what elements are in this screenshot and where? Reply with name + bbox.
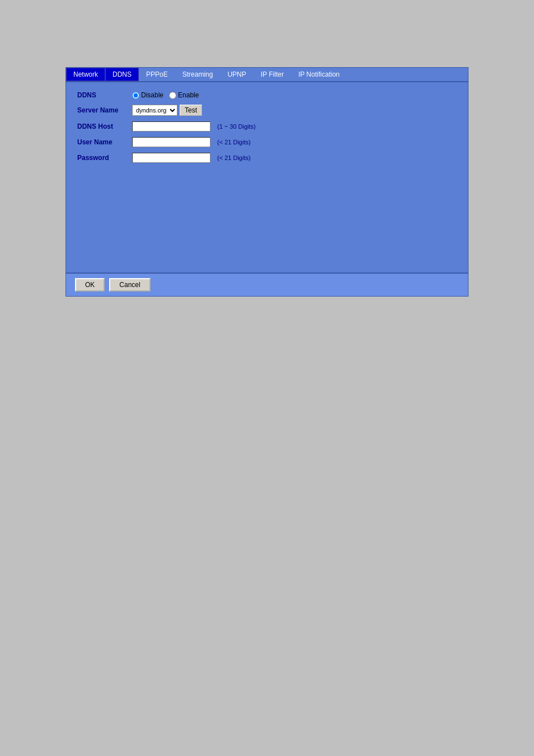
ok-button[interactable]: OK xyxy=(75,278,105,292)
disable-radio-label[interactable]: Disable xyxy=(132,91,163,99)
cancel-button[interactable]: Cancel xyxy=(109,278,150,292)
ddns-label: DDNS xyxy=(77,91,128,99)
user-name-hint: (< 21 Digits) xyxy=(217,139,251,145)
server-name-label: Server Name xyxy=(77,106,128,114)
tab-ip-notification[interactable]: IP Notification xyxy=(291,68,347,81)
user-name-input[interactable] xyxy=(132,137,210,147)
enable-radio-label[interactable]: Enable xyxy=(169,91,199,99)
tab-bar: Network DDNS PPPoE Streaming UPNP IP Fil… xyxy=(66,68,468,82)
content-area: DDNS Disable Enable Server Name dyndns. xyxy=(66,82,468,273)
ddns-radio-group: Disable Enable xyxy=(132,91,199,99)
password-row: Password (< 21 Digits) xyxy=(77,153,457,163)
ddns-host-input[interactable] xyxy=(132,121,210,132)
tab-network[interactable]: Network xyxy=(66,68,105,81)
enable-radio[interactable] xyxy=(169,92,176,99)
password-label: Password xyxy=(77,154,128,162)
server-name-input-group: dyndns.org Test xyxy=(132,105,202,116)
ddns-row: DDNS Disable Enable xyxy=(77,91,457,99)
password-hint: (< 21 Digits) xyxy=(217,154,251,161)
ddns-host-hint: (1 ~ 30 Digits) xyxy=(217,123,256,130)
test-button[interactable]: Test xyxy=(180,105,202,116)
user-name-label: User Name xyxy=(77,138,128,146)
password-input[interactable] xyxy=(132,153,210,163)
ddns-host-label: DDNS Host xyxy=(77,123,128,130)
tab-pppoe[interactable]: PPPoE xyxy=(139,68,175,81)
user-name-row: User Name (< 21 Digits) xyxy=(77,137,457,147)
ddns-host-row: DDNS Host (1 ~ 30 Digits) xyxy=(77,121,457,132)
tab-ddns[interactable]: DDNS xyxy=(105,68,139,81)
main-panel: Network DDNS PPPoE Streaming UPNP IP Fil… xyxy=(65,67,469,297)
server-name-row: Server Name dyndns.org Test xyxy=(77,105,457,116)
footer-bar: OK Cancel xyxy=(66,273,468,296)
tab-streaming[interactable]: Streaming xyxy=(175,68,221,81)
tab-upnp[interactable]: UPNP xyxy=(220,68,253,81)
server-name-select[interactable]: dyndns.org xyxy=(132,105,177,116)
enable-label-text: Enable xyxy=(178,91,199,99)
ddns-form: DDNS Disable Enable Server Name dyndns. xyxy=(77,91,457,163)
disable-radio[interactable] xyxy=(132,92,139,99)
disable-label-text: Disable xyxy=(141,91,163,99)
tab-ip-filter[interactable]: IP Filter xyxy=(254,68,291,81)
